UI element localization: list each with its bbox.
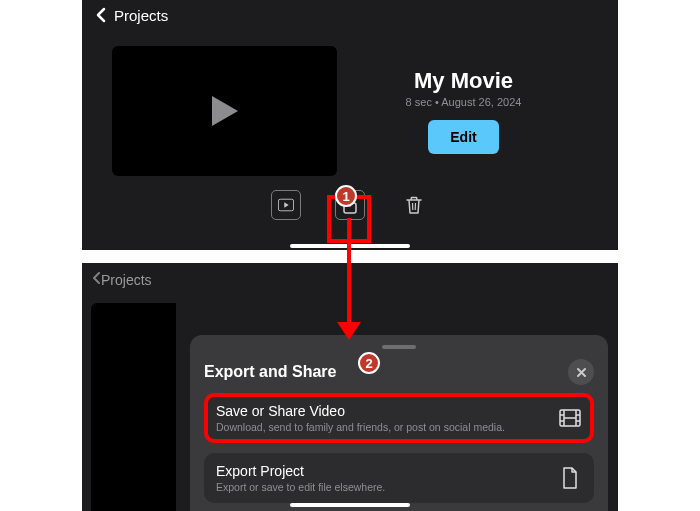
nav-back-label-dim: Projects [101, 272, 152, 288]
play-button[interactable] [271, 190, 301, 220]
option-desc: Export or save to edit file elsewhere. [216, 481, 385, 493]
project-subtitle: 8 sec • August 26, 2024 [406, 96, 522, 108]
sheet-grabber-icon[interactable] [382, 345, 416, 349]
home-indicator [290, 503, 410, 507]
arrow-head-icon [337, 322, 361, 340]
callout-1: 1 [335, 185, 357, 207]
project-meta: My Movie 8 sec • August 26, 2024 Edit [337, 46, 590, 176]
option-title: Export Project [216, 463, 385, 479]
project-title: My Movie [414, 68, 513, 94]
option-save-share-video[interactable]: Save or Share Video Download, send to fa… [204, 393, 594, 443]
option-text: Save or Share Video Download, send to fa… [216, 403, 505, 433]
sheet-title: Export and Share [204, 363, 336, 381]
nav-back-label: Projects [114, 7, 168, 24]
project-row: My Movie 8 sec • August 26, 2024 Edit [82, 30, 618, 178]
dimmed-thumbnail [91, 303, 176, 511]
arrow-line [347, 218, 351, 328]
option-export-project[interactable]: Export Project Export or save to edit fi… [204, 453, 594, 503]
sheet-header: Export and Share [204, 359, 594, 385]
nav-back[interactable]: Projects [82, 0, 618, 30]
close-icon [576, 367, 587, 378]
delete-button[interactable] [399, 190, 429, 220]
option-desc: Download, send to family and friends, or… [216, 421, 505, 433]
play-icon [212, 96, 238, 126]
film-icon [558, 406, 582, 430]
video-thumbnail[interactable] [112, 46, 337, 176]
option-title: Save or Share Video [216, 403, 505, 419]
close-button[interactable] [568, 359, 594, 385]
chevron-left-icon [92, 271, 101, 288]
chevron-left-icon [92, 6, 110, 24]
project-detail-screen: Projects My Movie 8 sec • August 26, 202… [82, 0, 618, 250]
export-share-sheet: Export and Share Save or Share Video Dow… [190, 335, 608, 511]
option-text: Export Project Export or save to edit fi… [216, 463, 385, 493]
document-icon [558, 466, 582, 490]
edit-button[interactable]: Edit [428, 120, 498, 154]
callout-2: 2 [358, 352, 380, 374]
